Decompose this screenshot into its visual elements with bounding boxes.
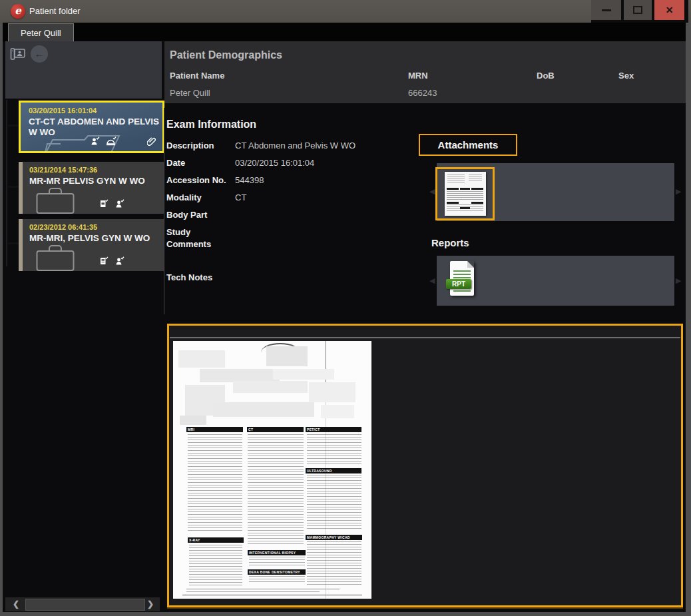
- form-text-column: [307, 541, 361, 587]
- tab-peter-quill[interactable]: Peter Quill: [8, 23, 74, 41]
- thumb-text-block: [447, 191, 483, 200]
- study-accent-strip: [19, 162, 23, 214]
- form-footer-line: [186, 591, 320, 592]
- window-border-left: [0, 23, 3, 612]
- minimize-button[interactable]: [591, 0, 621, 20]
- content-divider: [164, 108, 164, 314]
- attachment-preview-page[interactable]: MRI CT PET/CT ULTRASOUND X-RAY INTERVENT…: [173, 341, 371, 599]
- form-footer-line: [186, 589, 340, 589]
- exam-field-study-comments: Study Comments: [166, 226, 235, 250]
- patient-name-value: Peter Quill: [170, 88, 210, 98]
- form-text-column: [188, 434, 242, 533]
- redacted-block: [180, 416, 206, 425]
- redacted-block: [200, 369, 280, 382]
- rpt-badge: RPT: [446, 279, 471, 289]
- reports-title: Reports: [431, 237, 469, 248]
- window-title: Patient folder: [29, 6, 81, 16]
- col-header-dob: DoB: [537, 71, 555, 81]
- exam-field-accession: Accession No. 544398: [166, 174, 264, 186]
- col-header-mrn: MRN: [408, 71, 428, 81]
- study-status-icons: [99, 199, 124, 208]
- field-value: CT: [235, 192, 246, 204]
- study-status-icons: [99, 256, 124, 266]
- thumb-section-bar: [471, 188, 483, 190]
- study-item-ct-abdomen[interactable]: 03/20/2015 16:01:04 CT-CT ABDOMEN AND PE…: [19, 101, 164, 153]
- tab-bar: Peter Quill: [3, 23, 686, 41]
- reports-prev-icon[interactable]: ◀: [429, 276, 435, 285]
- redacted-block: [178, 350, 225, 368]
- form-text-column: [249, 557, 305, 566]
- field-label: Modality: [166, 192, 235, 204]
- minimize-icon: [602, 9, 611, 11]
- form-text-column: [307, 434, 361, 465]
- redacted-block: [321, 405, 354, 418]
- form-section-mammography: MAMMOGRAPHY W/CAD: [306, 535, 362, 540]
- chevron-right-icon: ❯: [147, 599, 154, 609]
- study-item-mr-pelvis-2014[interactable]: 03/21/2014 15:47:36 MR-MR PELVIS GYN W W…: [19, 162, 164, 214]
- back-button[interactable]: ←: [31, 45, 48, 63]
- chevron-left-icon: ❮: [13, 599, 19, 609]
- field-value: 03/20/2015 16:01:04: [235, 157, 314, 169]
- scroll-left-button[interactable]: ❮: [9, 599, 23, 610]
- thumb-section-bar: [460, 207, 470, 209]
- thumb-section-bar: [471, 202, 483, 204]
- sidebar-horizontal-scrollbar[interactable]: ❮ ❯: [5, 597, 160, 611]
- field-label: Tech Notes: [166, 272, 235, 284]
- form-text-column: [189, 545, 242, 586]
- scrollbar-thumb[interactable]: [25, 599, 145, 611]
- report-doc-check-icon: [99, 256, 109, 266]
- field-value: 544398: [235, 174, 264, 186]
- form-text-column: [249, 576, 305, 584]
- exam-field-description: Description CT Abdomen and Pelvis W WO: [166, 140, 355, 152]
- attachments-prev-icon[interactable]: ◀: [429, 187, 435, 196]
- study-status-icons: [91, 137, 156, 146]
- redacted-block: [233, 381, 308, 393]
- report-page: [450, 261, 474, 296]
- close-button[interactable]: ✕: [654, 0, 684, 20]
- study-date: 03/20/2015 16:01:04: [29, 107, 97, 115]
- col-header-patient-name: Patient Name: [170, 71, 224, 81]
- exam-field-tech-notes: Tech Notes: [166, 272, 235, 284]
- field-label: Description: [166, 140, 235, 152]
- window-controls: ✕: [591, 0, 688, 23]
- preview-divider: [170, 337, 680, 338]
- exam-field-body-part: Body Part: [166, 209, 235, 221]
- back-arrow-icon: ←: [35, 48, 45, 59]
- mrn-value: 666243: [408, 88, 437, 98]
- dictated-person-check-icon: [91, 137, 100, 146]
- redacted-block: [266, 346, 308, 366]
- scroll-right-button[interactable]: ❯: [144, 599, 157, 610]
- field-value: CT Abdomen and Pelvis W WO: [235, 140, 355, 152]
- study-date: 02/23/2012 06:41:35: [29, 223, 97, 231]
- read-dome-check-icon: [106, 137, 116, 146]
- maximize-button[interactable]: [624, 0, 652, 20]
- tree-connector: [6, 100, 7, 266]
- study-accent-strip: [19, 219, 23, 271]
- maximize-icon: [633, 6, 642, 14]
- close-icon: ✕: [666, 5, 674, 15]
- reports-next-icon[interactable]: ▶: [676, 276, 681, 285]
- briefcase-icon: [36, 243, 75, 271]
- attachments-highlight-box: Attachments: [419, 134, 517, 156]
- field-label: Date: [166, 157, 235, 169]
- col-header-sex: Sex: [618, 71, 634, 81]
- report-doc-check-icon: [99, 199, 109, 208]
- form-section-interventional-biopsy: INTERVENTIONAL BIOPSY: [248, 550, 306, 555]
- form-text-column: [307, 475, 361, 531]
- form-section-ultrasound: ULTRASOUND: [306, 468, 361, 473]
- window-border-bottom: [0, 612, 691, 616]
- patient-folder-window: e Patient folder ✕ Peter Quill ←: [0, 0, 691, 616]
- demographics-title: Patient Demographics: [170, 49, 282, 61]
- form-bottom-rule: [182, 595, 362, 595]
- report-document-icon[interactable]: RPT: [446, 261, 478, 300]
- tree-tick: [8, 125, 19, 127]
- study-title: MR-MR PELVIS GYN W WO: [29, 176, 160, 186]
- redacted-block: [273, 369, 334, 380]
- attachment-thumbnail[interactable]: [445, 172, 486, 216]
- title-bar: e Patient folder ✕: [0, 0, 691, 23]
- attachments-next-icon[interactable]: ▶: [676, 187, 681, 196]
- study-item-mri-pelvis-2012[interactable]: 02/23/2012 06:41:35 MR-MRI, PELVIS GYN W…: [19, 219, 164, 271]
- tree-tick: [8, 186, 19, 188]
- exam-info-title: Exam Information: [166, 119, 256, 131]
- patient-id-card-icon[interactable]: [9, 45, 27, 63]
